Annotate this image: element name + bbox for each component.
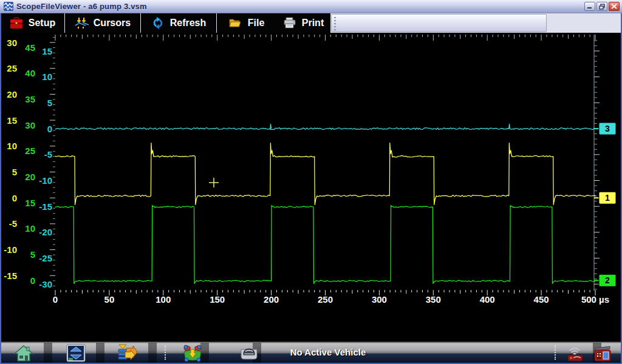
setup-label: Setup xyxy=(29,18,55,29)
y-tick-label-ch2: 35 xyxy=(25,94,35,104)
channel-badge-label: 3 xyxy=(605,124,610,133)
close-button[interactable] xyxy=(609,2,620,11)
playback-bar: 00:00:092 x1 xyxy=(0,306,622,342)
title-bar: ScopeFileViewer - a6 pump 3.vsm xyxy=(0,0,622,13)
scope-plot[interactable]: 302520151050-5-10-1545403530252015105015… xyxy=(0,33,622,306)
system-window-button[interactable] xyxy=(65,343,87,363)
y-tick-label-ch3: 15 xyxy=(42,46,52,56)
trace-ch1 xyxy=(55,143,595,205)
wireless-button[interactable] xyxy=(564,343,586,363)
y-tick-label-ch2: 30 xyxy=(25,120,35,130)
scope-data-button[interactable] xyxy=(117,343,138,363)
y-tick-label-ch2: 25 xyxy=(25,146,35,156)
folder-icon xyxy=(229,17,242,29)
toolbar-grip[interactable] xyxy=(334,17,336,30)
cursors-label: Cursors xyxy=(94,18,131,29)
y-tick-label-ch1: 15 xyxy=(7,115,17,126)
window-title: ScopeFileViewer - a6 pump 3.vsm xyxy=(16,2,583,11)
x-tick-label: 450 xyxy=(534,294,549,305)
y-tick-label-ch2: 15 xyxy=(25,198,35,208)
refresh-icon xyxy=(151,17,165,29)
x-tick-label: 350 xyxy=(426,294,441,305)
print-button[interactable]: Print xyxy=(276,13,331,33)
window-border-left xyxy=(0,13,1,364)
file-label: File xyxy=(248,18,265,29)
channel-badge-label: 1 xyxy=(605,193,610,203)
y-tick-label-ch3: 0 xyxy=(47,124,52,134)
crosshair-cursor xyxy=(209,178,219,187)
vehicle-connect-button[interactable] xyxy=(182,343,203,363)
y-tick-label-ch3: -5 xyxy=(44,149,52,160)
x-tick-label: 150 xyxy=(210,294,225,305)
y-tick-label-ch2: 45 xyxy=(25,42,35,53)
minimize-button[interactable] xyxy=(584,2,595,11)
home-button[interactable] xyxy=(13,343,35,363)
y-tick-label-ch1: -15 xyxy=(4,271,17,281)
y-tick-label-ch3: -30 xyxy=(39,279,52,289)
restore-button[interactable] xyxy=(596,2,607,11)
y-tick-label-ch1: 20 xyxy=(7,89,17,99)
x-tick-label: 400 xyxy=(480,294,495,305)
x-tick-label: 0 xyxy=(53,294,58,305)
x-tick-label: 500 µs xyxy=(581,294,609,305)
y-tick-label-ch2: 40 xyxy=(25,68,35,78)
toolbar-empty-panel xyxy=(331,14,547,32)
setup-button[interactable]: Setup xyxy=(0,13,65,33)
y-tick-label-ch3: -15 xyxy=(39,201,52,212)
y-tick-label-ch1: 5 xyxy=(12,167,17,177)
refresh-button[interactable]: Refresh xyxy=(141,13,217,33)
x-tick-label: 200 xyxy=(264,294,279,305)
module-button[interactable] xyxy=(592,343,613,363)
trace-ch2 xyxy=(55,206,595,284)
y-tick-label-ch1: 0 xyxy=(12,193,17,203)
y-tick-label-ch1: 25 xyxy=(7,63,17,73)
y-tick-label-ch2: 10 xyxy=(25,223,35,234)
y-tick-label-ch3: 5 xyxy=(47,98,52,108)
scope-file-viewer-window: ScopeFileViewer - a6 pump 3.vsm Setup Cu… xyxy=(0,0,622,364)
y-tick-label-ch2: 20 xyxy=(25,172,35,182)
cursors-button[interactable]: Cursors xyxy=(65,13,141,33)
file-button[interactable]: File xyxy=(217,13,276,33)
status-bar: No Active Vehicle xyxy=(0,342,622,364)
y-tick-label-ch2: 5 xyxy=(30,249,35,260)
y-tick-label-ch1: 30 xyxy=(7,38,17,48)
y-tick-label-ch3: -10 xyxy=(39,175,52,186)
printer-icon xyxy=(283,17,296,29)
channel-badge-label: 2 xyxy=(605,275,610,285)
trace-ch3 xyxy=(55,124,595,129)
app-icon xyxy=(4,2,13,11)
toolbar: Setup Cursors Refresh File Print xyxy=(0,13,622,33)
cursors-icon xyxy=(75,17,88,29)
y-tick-label-ch1: -5 xyxy=(9,218,17,229)
y-tick-label-ch1: 10 xyxy=(7,141,17,151)
y-tick-label-ch3: -20 xyxy=(39,227,52,237)
x-tick-label: 300 xyxy=(372,294,387,305)
vehicle-button[interactable] xyxy=(238,343,260,363)
status-message: No Active Vehicle xyxy=(267,347,389,357)
y-tick-label-ch3: 10 xyxy=(42,72,52,82)
y-tick-label-ch2: 0 xyxy=(30,275,35,286)
x-tick-label: 250 xyxy=(318,294,333,305)
print-label: Print xyxy=(302,18,324,29)
navbar-separator xyxy=(165,345,166,360)
x-tick-label: 50 xyxy=(104,294,115,305)
y-tick-label-ch1: -10 xyxy=(4,244,17,255)
x-tick-label: 100 xyxy=(156,294,171,305)
refresh-label: Refresh xyxy=(170,18,207,29)
toolbox-icon xyxy=(10,17,23,29)
navbar-separator-right xyxy=(555,345,556,360)
y-tick-label-ch3: -25 xyxy=(39,253,52,263)
